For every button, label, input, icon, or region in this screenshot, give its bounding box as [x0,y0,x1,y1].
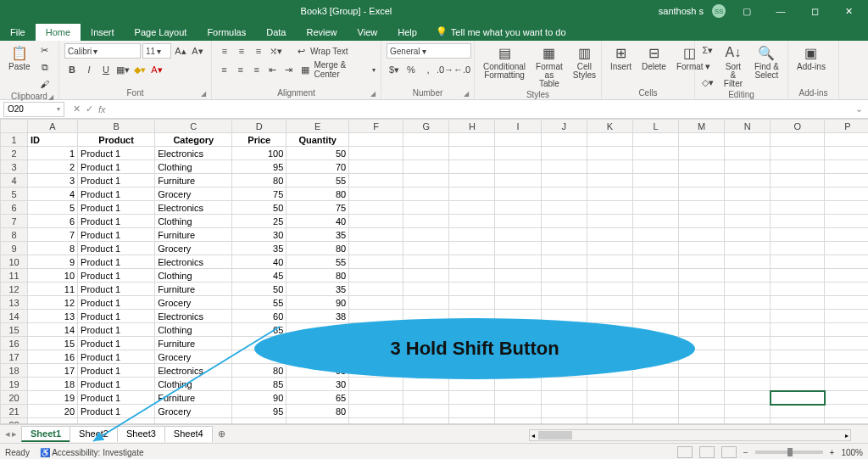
cell[interactable] [825,269,868,283]
sheet-tab-sheet2[interactable]: Sheet2 [70,426,118,442]
align-left-icon[interactable]: ≡ [217,62,231,77]
cell[interactable] [349,147,403,160]
cell[interactable] [632,228,678,242]
cell[interactable]: 30 [232,228,287,242]
cell[interactable]: Product 1 [78,337,155,350]
cell[interactable]: Grocery [155,242,232,255]
cell[interactable] [495,418,541,425]
cell[interactable] [679,310,725,323]
zoom-in-icon[interactable]: + [830,448,835,457]
tab-formulas[interactable]: Formulas [197,24,256,41]
cell[interactable] [679,133,725,147]
cell[interactable] [349,405,403,418]
cell[interactable] [449,160,495,174]
align-top-icon[interactable]: ≡ [217,43,232,59]
cell[interactable]: Product 1 [78,215,155,228]
cell[interactable] [825,255,868,269]
wrap-text-icon[interactable]: ↩ [293,43,309,59]
cell[interactable]: 50 [287,147,349,160]
cell[interactable] [825,323,868,337]
zoom-slider[interactable] [755,451,823,454]
cell[interactable] [495,255,541,269]
cell[interactable]: Furniture [155,391,232,405]
cell[interactable] [679,418,725,425]
cell[interactable] [632,215,678,228]
cell[interactable] [587,188,632,201]
increase-decimal-icon[interactable]: .0→ [437,62,453,77]
cell[interactable]: 80 [232,174,287,188]
cell[interactable]: 4 [28,188,78,201]
horizontal-scrollbar[interactable]: ◂▸ [529,429,851,441]
cell[interactable] [449,133,495,147]
find-select-button[interactable]: 🔍Find & Select [751,42,782,81]
user-name[interactable]: santhosh s [659,6,704,16]
page-layout-view-icon[interactable] [699,446,715,458]
cell[interactable] [495,188,541,201]
cell[interactable] [349,215,403,228]
cell[interactable] [725,228,771,242]
merge-center-label[interactable]: Merge & Center [314,60,370,79]
font-size-select[interactable]: 11▾ [142,43,171,59]
row-header-5[interactable]: 5 [1,188,28,201]
cell[interactable] [349,228,403,242]
tab-review[interactable]: Review [296,24,347,41]
cell[interactable] [587,215,632,228]
row-header-3[interactable]: 3 [1,160,28,174]
row-header-17[interactable]: 17 [1,350,28,364]
row-header-9[interactable]: 9 [1,242,28,255]
cell[interactable] [449,147,495,160]
cell[interactable] [825,188,868,201]
cell[interactable] [541,133,587,147]
cell[interactable] [349,269,403,283]
cell[interactable] [587,418,632,425]
cell[interactable] [587,269,632,283]
cell[interactable]: 10 [28,269,78,283]
cell[interactable] [587,201,632,215]
paste-button[interactable]: 📋 Paste [5,42,34,73]
cell[interactable] [771,296,825,310]
cell[interactable] [771,228,825,242]
cell[interactable] [825,283,868,296]
cell[interactable] [495,160,541,174]
cell[interactable] [679,391,725,405]
cell[interactable]: 38 [287,310,349,323]
cell[interactable] [632,174,678,188]
row-header-22[interactable]: 22 [1,418,28,425]
cell[interactable] [541,201,587,215]
col-header-F[interactable]: F [349,120,403,133]
row-header-21[interactable]: 21 [1,405,28,418]
cell[interactable] [632,160,678,174]
maximize-icon[interactable]: ◻ [802,6,827,17]
format-as-table-button[interactable]: ▦Format as Table [532,42,566,90]
cell[interactable] [587,160,632,174]
cell[interactable] [632,242,678,255]
row-header-1[interactable]: 1 [1,133,28,147]
cell[interactable]: 80 [287,269,349,283]
cell[interactable] [825,228,868,242]
cell[interactable] [725,174,771,188]
decrease-font-icon[interactable]: A▾ [190,43,205,59]
cell[interactable] [679,364,725,378]
cell[interactable]: 80 [287,242,349,255]
cut-icon[interactable]: ✂ [37,42,53,58]
page-break-view-icon[interactable] [721,446,737,458]
cell[interactable] [495,378,541,391]
number-format-select[interactable]: General▾ [387,43,471,59]
cell[interactable] [495,174,541,188]
col-header-H[interactable]: H [449,120,495,133]
cell[interactable]: Product 1 [78,160,155,174]
cell[interactable] [495,228,541,242]
cell[interactable]: Electronics [155,310,232,323]
cell[interactable] [771,174,825,188]
cell[interactable]: Furniture [155,337,232,350]
cell[interactable] [679,215,725,228]
cell[interactable]: Product [78,133,155,147]
cell[interactable] [403,255,449,269]
sheet-tab-sheet4[interactable]: Sheet4 [164,426,213,442]
cell[interactable] [449,174,495,188]
cell[interactable] [349,174,403,188]
zoom-out-icon[interactable]: − [743,448,748,457]
cell[interactable]: Product 1 [78,391,155,405]
row-header-13[interactable]: 13 [1,296,28,310]
row-header-4[interactable]: 4 [1,174,28,188]
